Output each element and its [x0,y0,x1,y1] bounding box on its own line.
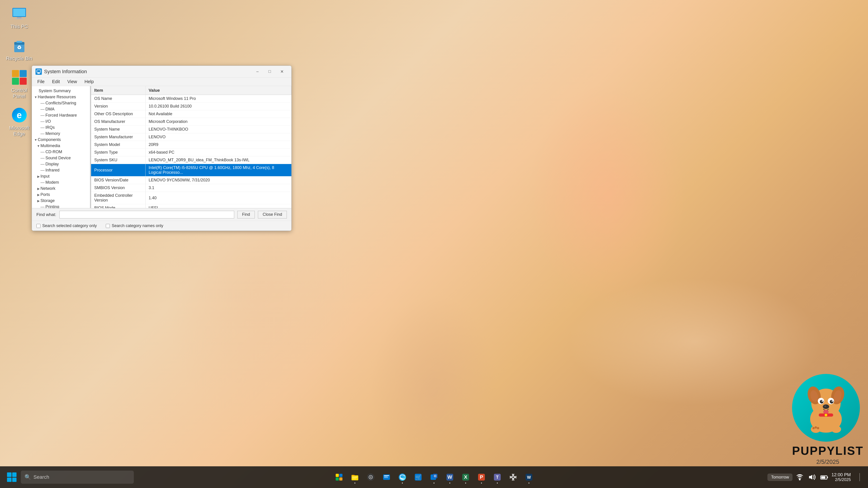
svg-point-24 [825,405,826,407]
system-tray-battery[interactable] [819,472,829,482]
table-row[interactable]: ProcessorIntel(R) Core(TM) i5-8265U CPU … [91,164,291,176]
tree-irqs[interactable]: — IRQs [32,125,90,131]
taskbar-store-icon[interactable]: 🛒 [411,470,426,484]
close-find-button[interactable]: Close Find [258,211,287,219]
search-names-option[interactable]: Search category names only [106,223,163,228]
table-row[interactable]: BIOS ModeUEFI [91,204,291,208]
tree-components[interactable]: ▼ Components [32,137,90,143]
teams-indicator [497,483,498,484]
menu-edit[interactable]: Edit [49,78,63,85]
system-tray-network[interactable] [795,472,805,482]
tree-system-summary[interactable]: System Summary [32,88,90,94]
window-titlebar: System Information – □ ✕ [32,66,291,77]
tree-ports[interactable]: ▶ Ports [32,192,90,198]
search-names-checkbox[interactable] [106,224,110,228]
taskbar-snip-icon[interactable] [364,470,378,484]
find-input[interactable] [59,211,234,219]
control-panel-icon[interactable]: Control Panel [4,68,34,99]
tree-io[interactable]: — I/O [32,119,90,125]
taskbar-word-icon[interactable]: W [442,470,457,484]
taskbar-right: Tomorrow [767,472,864,482]
table-cell-item: Embedded Controller Version [91,192,145,204]
table-row[interactable]: System Typex64-based PC [91,149,291,156]
tree-cdrom[interactable]: — CD-ROM [32,149,90,155]
table-row[interactable]: OS NameMicrosoft Windows 11 Pro [91,95,291,103]
show-desktop-button[interactable] [855,472,864,482]
tree-infrared[interactable]: — Infrared [32,167,90,173]
this-pc-label: This PC [10,24,28,30]
svg-point-22 [832,400,833,402]
table-row[interactable]: System Model20R9 [91,141,291,149]
minimize-button[interactable]: – [252,67,264,76]
table-row[interactable]: System SKULENOVO_MT_20R9_BU_idea_FM_Thin… [91,156,291,164]
menu-view[interactable]: View [64,78,80,85]
svg-point-21 [822,400,823,402]
clock-area[interactable]: 12:00 PM 2/5/2025 [831,472,851,482]
svg-point-20 [830,400,833,403]
tree-panel[interactable]: System Summary ▼ Hardware Resources — Co… [32,86,90,208]
tree-display[interactable]: — Display [32,161,90,167]
taskbar-search[interactable]: 🔍 Search [21,470,134,484]
search-selected-checkbox[interactable] [36,224,40,228]
table-row[interactable]: BIOS Version/DateLENOVO 9YCN50WW, 7/31/2… [91,176,291,184]
clock-date: 2/5/2025 [835,477,851,482]
table-row[interactable]: Other OS DescriptionNot Available [91,110,291,118]
onedrive-indicator [528,483,529,484]
recycle-bin-icon[interactable]: ♻ Recycle Bin [4,36,34,61]
taskbar-teams-icon[interactable]: T [490,470,504,484]
taskbar-settings-icon[interactable] [506,470,520,484]
taskbar-news-icon[interactable] [379,470,394,484]
taskbar-excel-icon[interactable]: X [458,470,473,484]
edge-icon[interactable]: e Microsoft Edge [4,106,34,137]
table-row[interactable]: System ManufacturerLENOVO [91,133,291,141]
tree-memory[interactable]: — Memory [32,131,90,137]
start-button[interactable] [4,470,19,484]
search-selected-option[interactable]: Search selected category only [36,223,97,228]
taskbar-widgets-icon[interactable] [332,470,346,484]
taskbar-onedrive-icon[interactable]: W [522,470,536,484]
tree-printing[interactable]: — Printing [32,204,90,208]
table-cell-item: BIOS Mode [91,204,145,208]
taskbar: 🔍 Search [0,466,868,488]
table-cell-value: Not Available [145,110,291,118]
tree-forced-hardware[interactable]: — Forced Hardware [32,112,90,119]
table-row[interactable]: Embedded Controller Version1.40 [91,192,291,204]
svg-rect-39 [352,477,358,477]
tree-storage[interactable]: ▶ Storage [32,198,90,204]
find-button[interactable]: Find [237,211,255,219]
tree-dma[interactable]: — DMA [32,106,90,112]
system-tray-volume[interactable] [807,472,817,482]
svg-point-27 [825,414,827,416]
tree-sound-device[interactable]: — Sound Device [32,155,90,161]
edge-label: Microsoft Edge [4,125,34,137]
maximize-button[interactable]: □ [264,67,276,76]
data-panel[interactable]: Item Value OS NameMicrosoft Windows 11 P… [91,86,291,208]
window-body: System Summary ▼ Hardware Resources — Co… [32,86,291,208]
taskbar-outlook-icon[interactable]: O [427,470,441,484]
table-cell-value: LENOVO 9YCN50WW, 7/31/2020 [145,176,291,184]
col-item: Item [91,86,145,95]
tree-modem[interactable]: — Modem [32,180,90,186]
tree-multimedia[interactable]: ▼ Multimedia [32,143,90,149]
weather-widget[interactable]: Tomorrow [767,474,793,481]
tree-conflicts-sharing[interactable]: — Conflicts/Sharing [32,100,90,106]
tree-network[interactable]: ▶ Network [32,186,90,192]
tree-hardware-resources[interactable]: ▼ Hardware Resources [32,94,90,100]
svg-rect-2 [17,17,22,18]
edge-indicator [402,483,403,484]
table-cell-value: Microsoft Windows 11 Pro [145,95,291,103]
menu-help[interactable]: Help [81,78,97,85]
find-label: Find what: [36,212,56,217]
table-row[interactable]: SMBIOS Version3.1 [91,184,291,192]
table-row[interactable]: OS ManufacturerMicrosoft Corporation [91,118,291,126]
taskbar-file-explorer-icon[interactable] [348,470,362,484]
menu-file[interactable]: File [34,78,48,85]
taskbar-edge-icon[interactable] [395,470,410,484]
table-row[interactable]: Version10.0.26100 Build 26100 [91,103,291,110]
taskbar-ppt-icon[interactable]: P [474,470,489,484]
this-pc-icon[interactable]: This PC [4,4,34,30]
table-row[interactable]: System NameLENOVO-THINKBOO [91,126,291,133]
tree-input[interactable]: ▶ Input [32,173,90,180]
close-button[interactable]: ✕ [276,67,288,76]
control-panel-label: Control Panel [4,88,34,99]
